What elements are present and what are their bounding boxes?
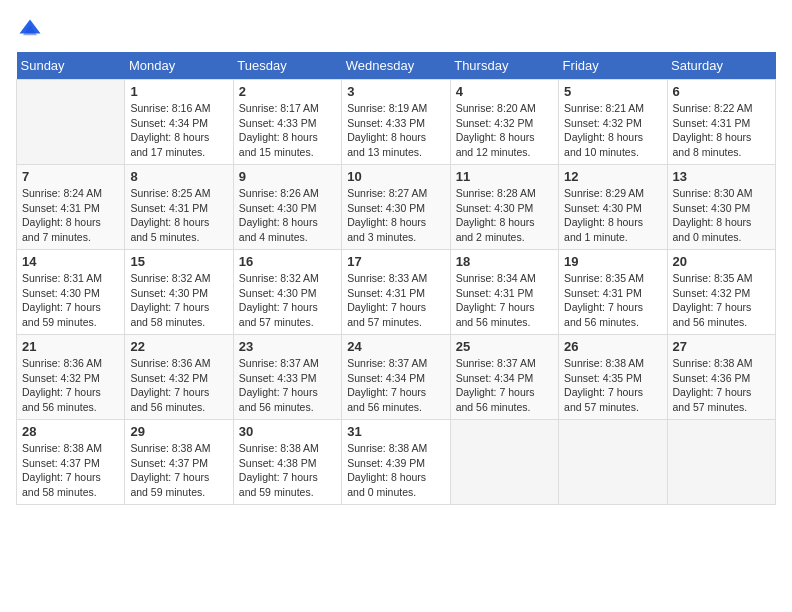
calendar-cell: 6Sunrise: 8:22 AMSunset: 4:31 PMDaylight… [667, 80, 775, 165]
day-number: 7 [22, 169, 119, 184]
day-number: 29 [130, 424, 227, 439]
calendar-cell: 12Sunrise: 8:29 AMSunset: 4:30 PMDayligh… [559, 165, 667, 250]
day-info: Sunrise: 8:38 AMSunset: 4:35 PMDaylight:… [564, 356, 661, 415]
day-number: 30 [239, 424, 336, 439]
day-number: 21 [22, 339, 119, 354]
weekday-row: SundayMondayTuesdayWednesdayThursdayFrid… [17, 52, 776, 80]
calendar-cell: 26Sunrise: 8:38 AMSunset: 4:35 PMDayligh… [559, 335, 667, 420]
day-number: 2 [239, 84, 336, 99]
day-info: Sunrise: 8:38 AMSunset: 4:36 PMDaylight:… [673, 356, 770, 415]
calendar-table: SundayMondayTuesdayWednesdayThursdayFrid… [16, 52, 776, 505]
calendar-cell: 18Sunrise: 8:34 AMSunset: 4:31 PMDayligh… [450, 250, 558, 335]
calendar-cell: 16Sunrise: 8:32 AMSunset: 4:30 PMDayligh… [233, 250, 341, 335]
logo [16, 16, 48, 44]
calendar-cell [17, 80, 125, 165]
day-info: Sunrise: 8:21 AMSunset: 4:32 PMDaylight:… [564, 101, 661, 160]
day-number: 14 [22, 254, 119, 269]
day-info: Sunrise: 8:37 AMSunset: 4:34 PMDaylight:… [347, 356, 444, 415]
day-info: Sunrise: 8:37 AMSunset: 4:33 PMDaylight:… [239, 356, 336, 415]
day-info: Sunrise: 8:33 AMSunset: 4:31 PMDaylight:… [347, 271, 444, 330]
weekday-header: Saturday [667, 52, 775, 80]
day-number: 9 [239, 169, 336, 184]
day-info: Sunrise: 8:38 AMSunset: 4:38 PMDaylight:… [239, 441, 336, 500]
day-number: 10 [347, 169, 444, 184]
day-info: Sunrise: 8:38 AMSunset: 4:37 PMDaylight:… [130, 441, 227, 500]
day-number: 3 [347, 84, 444, 99]
calendar-cell: 24Sunrise: 8:37 AMSunset: 4:34 PMDayligh… [342, 335, 450, 420]
day-info: Sunrise: 8:25 AMSunset: 4:31 PMDaylight:… [130, 186, 227, 245]
day-number: 4 [456, 84, 553, 99]
calendar-cell [667, 420, 775, 505]
day-info: Sunrise: 8:31 AMSunset: 4:30 PMDaylight:… [22, 271, 119, 330]
calendar-cell: 21Sunrise: 8:36 AMSunset: 4:32 PMDayligh… [17, 335, 125, 420]
calendar-cell: 3Sunrise: 8:19 AMSunset: 4:33 PMDaylight… [342, 80, 450, 165]
day-number: 18 [456, 254, 553, 269]
calendar-cell: 20Sunrise: 8:35 AMSunset: 4:32 PMDayligh… [667, 250, 775, 335]
day-number: 16 [239, 254, 336, 269]
day-info: Sunrise: 8:24 AMSunset: 4:31 PMDaylight:… [22, 186, 119, 245]
calendar-cell: 25Sunrise: 8:37 AMSunset: 4:34 PMDayligh… [450, 335, 558, 420]
calendar-cell [450, 420, 558, 505]
day-number: 12 [564, 169, 661, 184]
calendar-cell: 10Sunrise: 8:27 AMSunset: 4:30 PMDayligh… [342, 165, 450, 250]
calendar-cell: 15Sunrise: 8:32 AMSunset: 4:30 PMDayligh… [125, 250, 233, 335]
calendar-cell: 1Sunrise: 8:16 AMSunset: 4:34 PMDaylight… [125, 80, 233, 165]
weekday-header: Tuesday [233, 52, 341, 80]
day-number: 15 [130, 254, 227, 269]
day-info: Sunrise: 8:38 AMSunset: 4:37 PMDaylight:… [22, 441, 119, 500]
day-info: Sunrise: 8:38 AMSunset: 4:39 PMDaylight:… [347, 441, 444, 500]
calendar-cell: 22Sunrise: 8:36 AMSunset: 4:32 PMDayligh… [125, 335, 233, 420]
day-info: Sunrise: 8:32 AMSunset: 4:30 PMDaylight:… [239, 271, 336, 330]
calendar-week-row: 21Sunrise: 8:36 AMSunset: 4:32 PMDayligh… [17, 335, 776, 420]
day-info: Sunrise: 8:28 AMSunset: 4:30 PMDaylight:… [456, 186, 553, 245]
day-number: 20 [673, 254, 770, 269]
calendar-week-row: 14Sunrise: 8:31 AMSunset: 4:30 PMDayligh… [17, 250, 776, 335]
calendar-cell: 14Sunrise: 8:31 AMSunset: 4:30 PMDayligh… [17, 250, 125, 335]
day-info: Sunrise: 8:35 AMSunset: 4:31 PMDaylight:… [564, 271, 661, 330]
day-number: 24 [347, 339, 444, 354]
day-number: 13 [673, 169, 770, 184]
day-info: Sunrise: 8:36 AMSunset: 4:32 PMDaylight:… [22, 356, 119, 415]
weekday-header: Monday [125, 52, 233, 80]
day-number: 22 [130, 339, 227, 354]
calendar-week-row: 28Sunrise: 8:38 AMSunset: 4:37 PMDayligh… [17, 420, 776, 505]
calendar-header: SundayMondayTuesdayWednesdayThursdayFrid… [17, 52, 776, 80]
calendar-cell: 9Sunrise: 8:26 AMSunset: 4:30 PMDaylight… [233, 165, 341, 250]
day-info: Sunrise: 8:32 AMSunset: 4:30 PMDaylight:… [130, 271, 227, 330]
day-info: Sunrise: 8:20 AMSunset: 4:32 PMDaylight:… [456, 101, 553, 160]
day-info: Sunrise: 8:35 AMSunset: 4:32 PMDaylight:… [673, 271, 770, 330]
calendar-cell: 27Sunrise: 8:38 AMSunset: 4:36 PMDayligh… [667, 335, 775, 420]
day-info: Sunrise: 8:19 AMSunset: 4:33 PMDaylight:… [347, 101, 444, 160]
calendar-cell: 19Sunrise: 8:35 AMSunset: 4:31 PMDayligh… [559, 250, 667, 335]
calendar-week-row: 7Sunrise: 8:24 AMSunset: 4:31 PMDaylight… [17, 165, 776, 250]
logo-icon [16, 16, 44, 44]
calendar-cell [559, 420, 667, 505]
page-header [16, 16, 776, 44]
calendar-cell: 13Sunrise: 8:30 AMSunset: 4:30 PMDayligh… [667, 165, 775, 250]
day-number: 1 [130, 84, 227, 99]
day-info: Sunrise: 8:37 AMSunset: 4:34 PMDaylight:… [456, 356, 553, 415]
day-info: Sunrise: 8:29 AMSunset: 4:30 PMDaylight:… [564, 186, 661, 245]
day-number: 26 [564, 339, 661, 354]
day-number: 5 [564, 84, 661, 99]
day-number: 17 [347, 254, 444, 269]
day-info: Sunrise: 8:16 AMSunset: 4:34 PMDaylight:… [130, 101, 227, 160]
calendar-cell: 17Sunrise: 8:33 AMSunset: 4:31 PMDayligh… [342, 250, 450, 335]
calendar-cell: 5Sunrise: 8:21 AMSunset: 4:32 PMDaylight… [559, 80, 667, 165]
weekday-header: Friday [559, 52, 667, 80]
calendar-cell: 31Sunrise: 8:38 AMSunset: 4:39 PMDayligh… [342, 420, 450, 505]
day-number: 8 [130, 169, 227, 184]
calendar-week-row: 1Sunrise: 8:16 AMSunset: 4:34 PMDaylight… [17, 80, 776, 165]
calendar-cell: 28Sunrise: 8:38 AMSunset: 4:37 PMDayligh… [17, 420, 125, 505]
calendar-body: 1Sunrise: 8:16 AMSunset: 4:34 PMDaylight… [17, 80, 776, 505]
day-info: Sunrise: 8:17 AMSunset: 4:33 PMDaylight:… [239, 101, 336, 160]
calendar-cell: 7Sunrise: 8:24 AMSunset: 4:31 PMDaylight… [17, 165, 125, 250]
calendar-cell: 11Sunrise: 8:28 AMSunset: 4:30 PMDayligh… [450, 165, 558, 250]
calendar-cell: 2Sunrise: 8:17 AMSunset: 4:33 PMDaylight… [233, 80, 341, 165]
calendar-cell: 4Sunrise: 8:20 AMSunset: 4:32 PMDaylight… [450, 80, 558, 165]
day-number: 11 [456, 169, 553, 184]
day-number: 6 [673, 84, 770, 99]
day-info: Sunrise: 8:22 AMSunset: 4:31 PMDaylight:… [673, 101, 770, 160]
weekday-header: Wednesday [342, 52, 450, 80]
day-number: 27 [673, 339, 770, 354]
